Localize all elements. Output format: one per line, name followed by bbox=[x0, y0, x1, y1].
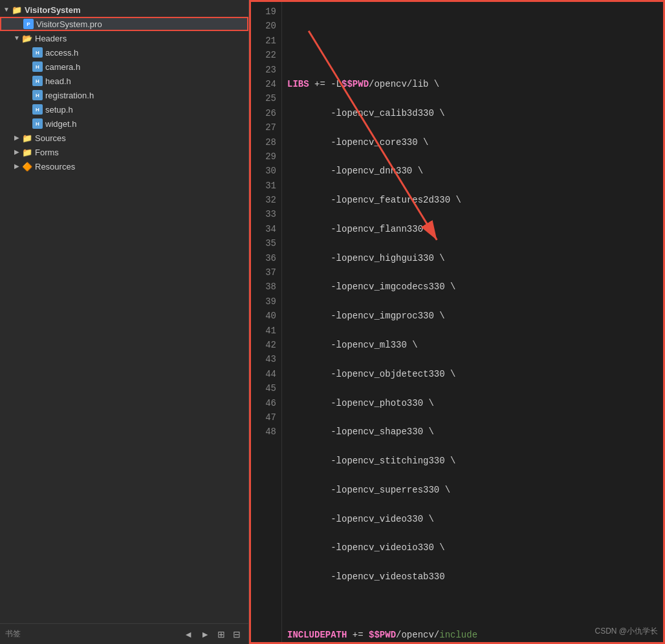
sidebar-item-access-h[interactable]: ▶ H access.h bbox=[0, 45, 248, 60]
collapse-button[interactable]: ⊟ bbox=[230, 628, 243, 641]
folder-icon: 📁 bbox=[12, 5, 22, 15]
arrow-icon bbox=[13, 162, 21, 170]
folder-icon: 📂 bbox=[22, 33, 32, 43]
expand-button[interactable]: ⊞ bbox=[215, 628, 228, 641]
sidebar: 📁 VisitorSystem ▶ P VisitorSystem.pro 📂 … bbox=[0, 0, 249, 644]
sidebar-item-setup-h[interactable]: ▶ H setup.h bbox=[0, 102, 248, 117]
sidebar-item-label: widget.h bbox=[45, 119, 76, 129]
line-numbers: 19 20 21 22 23 24 25 26 27 28 29 30 31 3… bbox=[251, 2, 282, 642]
sidebar-item-visitorsystem[interactable]: 📁 VisitorSystem bbox=[0, 3, 248, 17]
sidebar-item-resources[interactable]: 🔶 Resources bbox=[0, 159, 248, 173]
watermark: CSDN @小仇学长 bbox=[594, 626, 658, 637]
arrow-icon bbox=[13, 134, 21, 142]
sidebar-item-label: Resources bbox=[35, 162, 75, 172]
header-icon: H bbox=[32, 90, 43, 100]
sidebar-item-label: camera.h bbox=[45, 62, 80, 72]
sidebar-item-camera-h[interactable]: ▶ H camera.h bbox=[0, 60, 248, 74]
sidebar-item-label: Forms bbox=[35, 148, 59, 157]
sidebar-item-label: Headers bbox=[35, 34, 67, 43]
arrow-icon bbox=[13, 34, 21, 42]
prev-button[interactable]: ◄ bbox=[181, 628, 195, 641]
sidebar-item-headers[interactable]: 📂 Headers bbox=[0, 31, 248, 45]
sidebar-item-label: access.h bbox=[45, 48, 78, 58]
header-icon: H bbox=[32, 61, 43, 72]
folder-icon: 📁 bbox=[22, 147, 32, 157]
arrow-icon bbox=[13, 148, 21, 156]
sidebar-item-label: setup.h bbox=[45, 105, 73, 115]
sidebar-item-visitorsystem-pro[interactable]: ▶ P VisitorSystem.pro bbox=[0, 17, 248, 31]
folder-icon: 📁 bbox=[22, 133, 32, 143]
sidebar-item-label: Sources bbox=[35, 133, 66, 143]
sidebar-item-head-h[interactable]: ▶ H head.h bbox=[0, 74, 248, 88]
next-button[interactable]: ► bbox=[198, 628, 212, 641]
sidebar-item-sources[interactable]: 📁 Sources bbox=[0, 131, 248, 145]
arrow-icon bbox=[3, 6, 10, 14]
sidebar-item-registration-h[interactable]: ▶ H registration.h bbox=[0, 88, 248, 102]
sidebar-item-label: VisitorSystem.pro bbox=[36, 19, 102, 29]
header-icon: H bbox=[32, 118, 43, 129]
bottom-controls: ◄ ► ⊞ ⊟ bbox=[181, 628, 243, 641]
sidebar-item-label: head.h bbox=[45, 76, 71, 86]
header-icon: H bbox=[32, 76, 43, 86]
sidebar-item-label: VisitorSystem bbox=[25, 5, 80, 15]
sidebar-item-label: registration.h bbox=[45, 91, 94, 100]
header-icon: H bbox=[32, 104, 43, 115]
resources-icon: 🔶 bbox=[22, 161, 32, 172]
pro-icon: P bbox=[23, 19, 34, 29]
sidebar-item-forms[interactable]: 📁 Forms bbox=[0, 145, 248, 159]
sidebar-item-widget-h[interactable]: ▶ H widget.h bbox=[0, 117, 248, 131]
header-icon: H bbox=[32, 47, 43, 58]
code-editor: 19 20 21 22 23 24 25 26 27 28 29 30 31 3… bbox=[249, 0, 665, 644]
file-tree: 📁 VisitorSystem ▶ P VisitorSystem.pro 📂 … bbox=[0, 0, 248, 623]
sidebar-bottom-bar: 书签 ◄ ► ⊞ ⊟ bbox=[0, 623, 248, 644]
code-content: LIBS += -L$$PWD/opencv/lib \ -lopencv_ca… bbox=[282, 2, 663, 642]
bookmarks-label: 书签 bbox=[5, 628, 21, 639]
